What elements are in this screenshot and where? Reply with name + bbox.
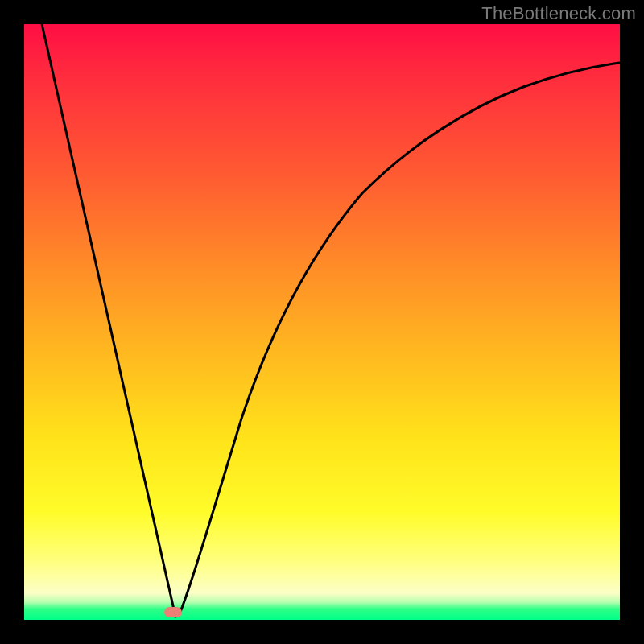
optimal-point-marker (164, 607, 182, 617)
chart-frame: TheBottleneck.com (0, 0, 644, 644)
plot-area (24, 24, 620, 620)
bottleneck-curve (24, 24, 620, 620)
watermark-text: TheBottleneck.com (481, 3, 636, 24)
curve-path (42, 24, 620, 617)
